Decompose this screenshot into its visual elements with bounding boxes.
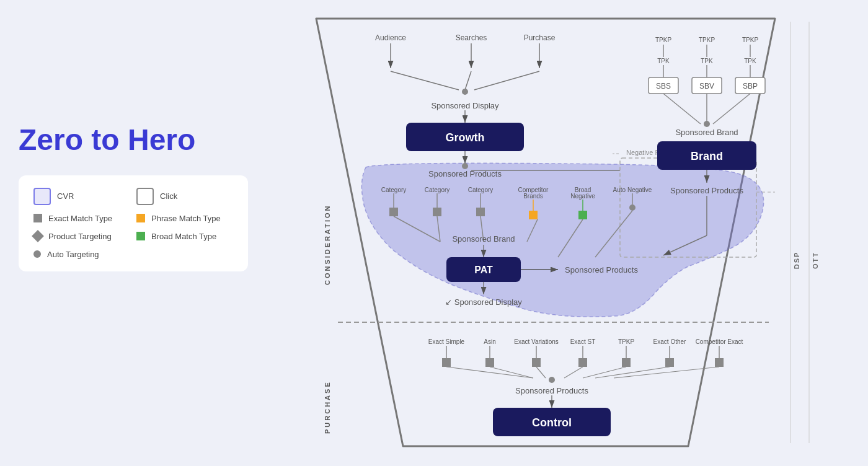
svg-text:TPKP: TPKP [618,338,634,345]
diagram-area: CONSIDERATION PURCHASE Audience Searches… [267,0,831,466]
svg-point-19 [462,163,468,169]
svg-text:Auto Negative: Auto Negative [613,187,652,193]
svg-text:CONSIDERATION: CONSIDERATION [324,204,331,285]
svg-rect-33 [476,208,485,216]
legend-phrase: Phrase Match Type [136,214,233,223]
svg-text:Brands: Brands [523,193,543,200]
svg-rect-62 [442,358,451,367]
legend-exact: Exact Match Type [33,214,130,223]
svg-line-113 [713,94,750,124]
svg-text:OTT: OTT [812,252,819,269]
svg-text:TPKP: TPKP [742,37,758,43]
phrase-label: Phrase Match Type [151,214,221,223]
svg-text:Purchase: Purchase [524,33,556,42]
svg-rect-80 [715,358,724,367]
click-icon [136,188,154,205]
svg-text:SBV: SBV [699,82,714,90]
legend-box: CVR Click Exact Match Type Phrase Match … [19,175,248,271]
svg-text:Asin: Asin [484,338,495,345]
svg-line-12 [474,71,539,90]
click-label: Click [160,191,177,201]
svg-line-10 [391,71,459,90]
exact-label: Exact Match Type [48,214,112,223]
svg-text:TPKP: TPKP [655,37,671,43]
svg-line-82 [490,367,533,378]
svg-text:Control: Control [532,416,572,429]
svg-line-83 [536,367,546,378]
phrase-icon [136,214,145,222]
svg-text:Audience: Audience [375,33,406,42]
svg-text:Sponsored Display: Sponsored Display [431,101,499,110]
svg-text:Sponsored Brand: Sponsored Brand [452,234,515,244]
svg-line-11 [465,71,471,90]
svg-text:SBS: SBS [656,82,671,90]
svg-rect-68 [532,358,541,367]
legend-broad: Broad Match Type [136,232,233,241]
svg-text:Exact Variations: Exact Variations [514,338,559,345]
svg-point-88 [549,377,555,383]
product-targeting-icon [32,230,44,242]
product-targeting-label: Product Targeting [48,232,112,241]
svg-text:PAT: PAT [474,265,493,275]
broad-label: Broad Match Type [151,232,216,241]
legend-product-targeting: Product Targeting [33,232,130,241]
svg-rect-77 [665,358,674,367]
svg-text:Exact Simple: Exact Simple [428,338,465,345]
svg-text:PURCHASE: PURCHASE [324,380,331,434]
page-title: Zero to Hero [19,124,248,157]
svg-point-44 [629,204,636,211]
svg-text:Exact ST: Exact ST [570,338,596,345]
svg-text:TPK: TPK [657,58,670,64]
svg-text:Category: Category [425,187,450,193]
svg-line-84 [564,367,583,378]
svg-rect-27 [389,208,398,216]
svg-text:Exact Other: Exact Other [653,338,686,345]
auto-label: Auto Targeting [47,250,99,259]
svg-text:Sponsored Products: Sponsored Products [515,386,588,395]
cvr-label: CVR [57,191,74,201]
svg-rect-71 [578,358,587,367]
broad-icon [136,232,145,240]
legend-auto: Auto Targeting [33,250,130,259]
svg-rect-41 [578,211,587,219]
legend-click: Click [136,188,233,205]
svg-text:SBP: SBP [743,82,758,90]
svg-line-111 [663,94,701,124]
svg-point-13 [462,89,468,95]
svg-text:TPKP: TPKP [699,37,715,43]
svg-line-81 [446,367,533,378]
svg-text:TPK: TPK [701,58,713,64]
svg-text:↙ Sponsored Display: ↙ Sponsored Display [445,297,522,307]
svg-text:Sponsored Brand: Sponsored Brand [675,128,738,137]
cvr-icon [33,188,51,205]
svg-point-114 [704,121,710,127]
exact-icon [33,214,42,222]
svg-text:TPK: TPK [744,58,756,64]
svg-rect-74 [622,358,631,367]
svg-text:Competitor Exact: Competitor Exact [696,338,743,345]
svg-text:Negative: Negative [570,193,595,200]
legend-cvr: CVR [33,188,130,205]
svg-text:Searches: Searches [456,33,487,42]
svg-text:Sponsored Products: Sponsored Products [670,186,743,195]
svg-rect-30 [433,208,441,216]
svg-text:Growth: Growth [446,131,485,144]
svg-text:Category: Category [468,187,494,193]
svg-rect-65 [485,358,494,367]
svg-rect-37 [529,211,538,219]
auto-icon [33,250,41,258]
svg-text:Sponsored Products: Sponsored Products [565,265,638,275]
left-panel: Zero to Hero CVR Click Exact Match Type … [0,0,267,466]
svg-text:DSP: DSP [793,252,800,270]
svg-text:Category: Category [381,187,407,193]
svg-text:Brand: Brand [691,150,723,162]
